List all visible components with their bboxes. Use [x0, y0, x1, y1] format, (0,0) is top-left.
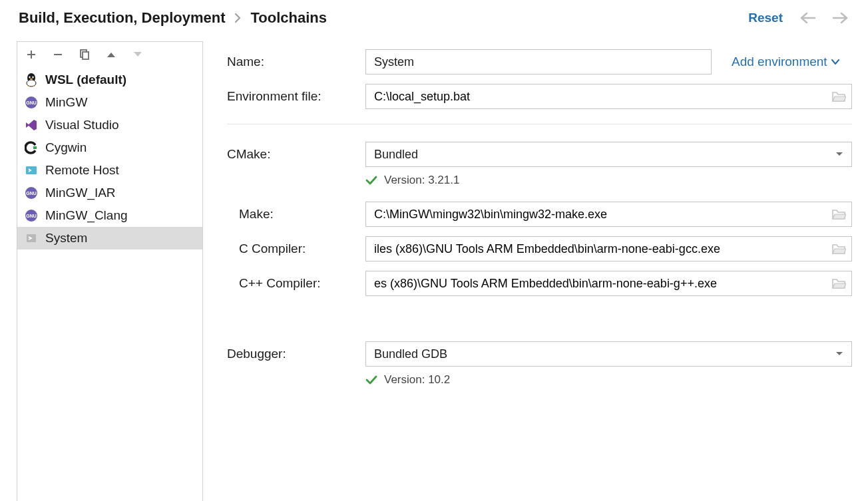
- folder-icon[interactable]: [831, 277, 846, 289]
- row-debugger: Debugger: Bundled GDB: [227, 341, 852, 367]
- cpp-compiler-input[interactable]: [374, 277, 831, 291]
- name-input[interactable]: [365, 49, 712, 75]
- cpp-compiler-input-wrap: [365, 271, 852, 296]
- chevron-down-icon: [835, 152, 843, 157]
- sidebar-item-visual-studio[interactable]: Visual Studio: [17, 114, 202, 136]
- row-cpp-compiler: C++ Compiler:: [227, 271, 852, 296]
- cmake-version-row: Version: 3.21.1: [365, 174, 852, 187]
- svg-point-6: [30, 79, 33, 80]
- sidebar-item-mingw-clang[interactable]: GNU MinGW_Clang: [17, 204, 202, 227]
- gnu-icon: GNU: [24, 95, 39, 110]
- chevron-right-icon: [234, 13, 241, 23]
- cygwin-icon: [24, 140, 39, 155]
- sidebar-item-system[interactable]: System: [17, 227, 202, 250]
- add-icon[interactable]: [25, 49, 37, 61]
- debugger-value: Bundled GDB: [374, 347, 447, 361]
- chevron-down-icon: [835, 351, 843, 357]
- sidebar-item-label: System: [45, 231, 87, 246]
- env-file-label: Environment file:: [227, 89, 365, 104]
- svg-point-4: [29, 76, 30, 78]
- breadcrumb: Build, Execution, Deployment Toolchains: [19, 9, 327, 27]
- header: Build, Execution, Deployment Toolchains …: [0, 0, 868, 41]
- main-panel: Name: Add environment Environment file:: [203, 41, 868, 501]
- folder-icon[interactable]: [831, 243, 846, 255]
- row-cmake: CMake: Bundled: [227, 142, 852, 167]
- sidebar-toolbar: [17, 42, 202, 69]
- cmake-version: Version: 3.21.1: [384, 174, 459, 187]
- cmake-select[interactable]: Bundled: [365, 142, 852, 167]
- make-input[interactable]: [374, 208, 831, 222]
- make-input-wrap: [365, 202, 852, 227]
- name-label: Name:: [227, 55, 365, 69]
- sidebar-item-label: Cygwin: [45, 140, 87, 155]
- move-up-icon[interactable]: [105, 49, 117, 61]
- row-make: Make:: [227, 202, 852, 227]
- debugger-select[interactable]: Bundled GDB: [365, 341, 852, 367]
- c-compiler-input[interactable]: [374, 242, 831, 256]
- c-compiler-input-wrap: [365, 236, 852, 261]
- system-icon: [24, 231, 39, 246]
- sidebar-item-label: MinGW: [45, 95, 87, 110]
- sidebar-item-cygwin[interactable]: Cygwin: [17, 136, 202, 159]
- nav-forward-icon[interactable]: [832, 11, 849, 25]
- header-actions: Reset: [748, 11, 849, 25]
- gnu-icon: GNU: [24, 208, 39, 223]
- sidebar-item-label: WSL (default): [45, 73, 126, 87]
- sidebar-list: WSL (default) GNU MinGW Visual Studio Cy…: [17, 69, 202, 501]
- gnu-icon: GNU: [24, 186, 39, 200]
- add-environment-label: Add environment: [732, 55, 827, 69]
- breadcrumb-current: Toolchains: [250, 9, 327, 27]
- chevron-down-icon: [831, 59, 839, 65]
- cmake-label: CMake:: [227, 147, 365, 162]
- debugger-label: Debugger:: [227, 347, 365, 361]
- sidebar-item-label: Visual Studio: [45, 118, 119, 132]
- svg-rect-9: [33, 146, 37, 149]
- nav-back-icon[interactable]: [799, 11, 816, 25]
- body: WSL (default) GNU MinGW Visual Studio Cy…: [0, 41, 868, 501]
- sidebar: WSL (default) GNU MinGW Visual Studio Cy…: [17, 41, 203, 501]
- row-env-file: Environment file:: [227, 84, 852, 109]
- debugger-version: Version: 10.2: [384, 373, 450, 387]
- c-compiler-label: C Compiler:: [227, 242, 365, 256]
- folder-icon[interactable]: [831, 208, 846, 220]
- remote-icon: [24, 163, 39, 178]
- move-down-icon[interactable]: [132, 49, 144, 61]
- sidebar-item-label: MinGW_Clang: [45, 208, 128, 223]
- svg-text:GNU: GNU: [26, 100, 37, 105]
- divider: [227, 124, 852, 124]
- svg-point-3: [27, 80, 36, 86]
- sidebar-item-mingw[interactable]: GNU MinGW: [17, 91, 202, 114]
- svg-point-5: [32, 76, 33, 78]
- sidebar-item-wsl[interactable]: WSL (default): [17, 69, 202, 91]
- folder-icon[interactable]: [831, 90, 846, 102]
- sidebar-item-label: Remote Host: [45, 163, 119, 178]
- debugger-version-row: Version: 10.2: [365, 373, 852, 387]
- reset-button[interactable]: Reset: [748, 11, 783, 25]
- check-icon: [365, 375, 377, 385]
- svg-rect-1: [83, 52, 89, 59]
- remove-icon[interactable]: [52, 49, 64, 61]
- make-label: Make:: [227, 207, 365, 222]
- check-icon: [365, 175, 377, 186]
- cmake-value: Bundled: [374, 148, 418, 162]
- row-name: Name: Add environment: [227, 49, 852, 75]
- breadcrumb-parent[interactable]: Build, Execution, Deployment: [19, 9, 225, 27]
- svg-text:GNU: GNU: [26, 191, 37, 196]
- row-c-compiler: C Compiler:: [227, 236, 852, 261]
- svg-text:GNU: GNU: [26, 214, 37, 218]
- add-environment-link[interactable]: Add environment: [732, 55, 839, 69]
- env-file-input[interactable]: [374, 90, 831, 104]
- sidebar-item-label: MinGW_IAR: [45, 186, 116, 200]
- env-file-input-wrap: [365, 84, 852, 109]
- sidebar-item-remote-host[interactable]: Remote Host: [17, 159, 202, 182]
- sidebar-item-mingw-iar[interactable]: GNU MinGW_IAR: [17, 182, 202, 204]
- cpp-compiler-label: C++ Compiler:: [227, 276, 365, 291]
- copy-icon[interactable]: [79, 49, 91, 61]
- vs-icon: [24, 118, 39, 132]
- tux-icon: [24, 73, 39, 87]
